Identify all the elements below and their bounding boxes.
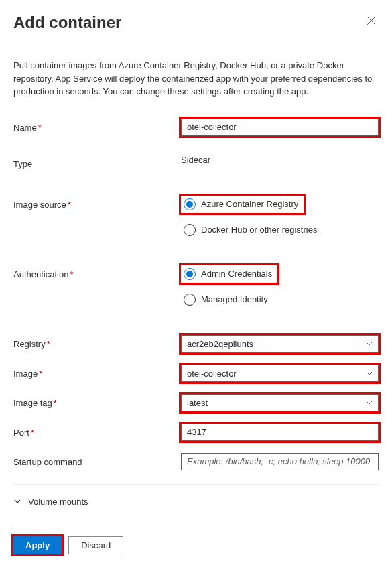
image-source-label: Image source* — [13, 196, 181, 210]
radio-unselected-icon — [184, 294, 196, 306]
required-asterisk: * — [68, 200, 71, 210]
auth-managed-radio[interactable]: Managed Identity — [181, 291, 273, 308]
port-input[interactable] — [181, 424, 379, 441]
port-label: Port* — [13, 424, 181, 438]
chevron-down-icon — [13, 497, 21, 505]
image-source-docker-radio[interactable]: Docker Hub or other registries — [181, 221, 322, 239]
image-tag-select[interactable]: latest — [181, 394, 379, 411]
volume-mounts-toggle[interactable]: Volume mounts — [13, 494, 379, 509]
name-label: Name* — [13, 119, 181, 133]
apply-button[interactable]: Apply — [13, 536, 62, 554]
name-input[interactable] — [181, 119, 379, 136]
radio-label: Admin Credentials — [201, 269, 272, 279]
radio-label: Managed Identity — [201, 294, 268, 304]
startup-command-label: Startup command — [13, 453, 181, 467]
image-label: Image* — [13, 365, 181, 379]
discard-button[interactable]: Discard — [68, 536, 123, 554]
auth-admin-radio[interactable]: Admin Credentials — [181, 265, 277, 283]
image-source-acr-radio[interactable]: Azure Container Registry — [181, 196, 304, 213]
required-asterisk: * — [31, 428, 34, 438]
type-label: Type — [13, 155, 181, 169]
required-asterisk: * — [70, 269, 73, 279]
radio-label: Azure Container Registry — [201, 199, 298, 209]
registry-label: Registry* — [13, 335, 181, 349]
volume-mounts-label: Volume mounts — [28, 497, 88, 507]
divider — [13, 484, 379, 485]
close-icon — [367, 16, 376, 25]
type-value: Sidecar — [181, 155, 379, 165]
page-title: Add container — [13, 13, 121, 32]
registry-select[interactable]: acr2eb2qepliunts — [181, 335, 379, 353]
close-button[interactable] — [364, 13, 379, 31]
startup-command-input[interactable] — [181, 453, 379, 470]
required-asterisk: * — [39, 369, 42, 379]
required-asterisk: * — [47, 339, 50, 349]
radio-unselected-icon — [184, 224, 196, 236]
required-asterisk: * — [54, 398, 57, 408]
radio-selected-icon — [184, 268, 196, 280]
radio-label: Docker Hub or other registries — [201, 225, 317, 235]
required-asterisk: * — [38, 123, 42, 133]
radio-selected-icon — [184, 198, 196, 210]
authentication-label: Authentication* — [13, 265, 181, 279]
description-text: Pull container images from Azure Contain… — [13, 59, 379, 99]
image-select[interactable]: otel-collector — [181, 365, 379, 382]
image-tag-label: Image tag* — [13, 394, 181, 408]
